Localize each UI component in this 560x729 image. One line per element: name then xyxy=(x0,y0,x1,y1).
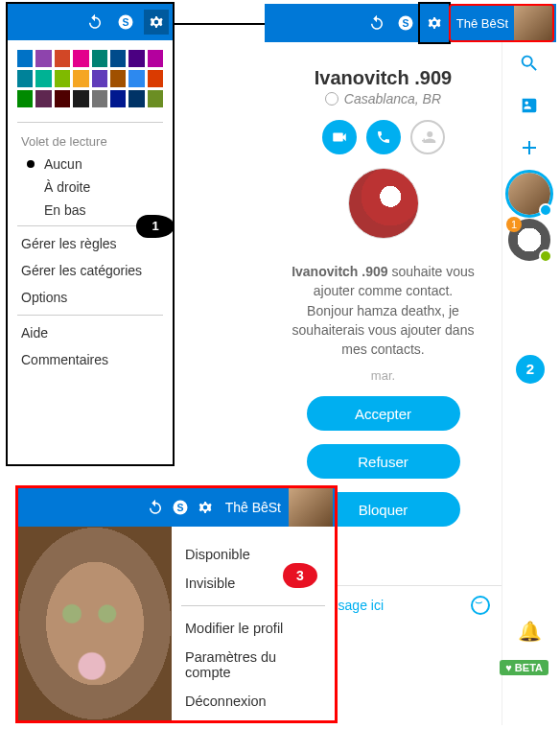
swatch[interactable] xyxy=(35,50,51,67)
contact-location: Casablanca, BR xyxy=(265,91,502,106)
swatch[interactable] xyxy=(148,90,163,107)
profile-menu-toolbar: S Thê BêSt xyxy=(18,488,335,527)
request-day: mar. xyxy=(265,368,502,383)
swatch[interactable] xyxy=(73,70,88,87)
accept-button[interactable]: Accepter xyxy=(307,396,460,431)
svg-text:S: S xyxy=(402,17,408,29)
contact-avatar xyxy=(348,168,419,239)
callout-1: 1 xyxy=(136,215,175,238)
emoji-icon[interactable] xyxy=(471,596,490,615)
swatch[interactable] xyxy=(128,50,144,67)
skype-icon[interactable]: S xyxy=(113,10,138,35)
edit-profile-link[interactable]: Modifier le profil xyxy=(181,614,325,643)
swatch[interactable] xyxy=(110,90,126,107)
manage-categories-link[interactable]: Gérer les catégories xyxy=(8,257,173,284)
swatch[interactable] xyxy=(128,90,144,107)
reading-pane-right[interactable]: À droite xyxy=(8,176,173,199)
beta-label: BETA xyxy=(515,662,543,673)
contact-location-text: Casablanca, BR xyxy=(344,91,441,106)
gear-icon[interactable] xyxy=(193,495,218,520)
contact-name: Ivanovitch .909 xyxy=(265,67,502,89)
help-link[interactable]: Aide xyxy=(8,319,173,346)
swatch[interactable] xyxy=(35,70,51,87)
globe-icon xyxy=(325,92,338,106)
svg-text:S: S xyxy=(122,16,128,28)
swatch[interactable] xyxy=(92,50,107,67)
add-contact-button[interactable] xyxy=(410,120,445,154)
unread-badge: 1 xyxy=(506,217,522,232)
svg-text:S: S xyxy=(176,502,183,513)
chat-avatar[interactable]: 1 xyxy=(508,219,550,261)
swatch[interactable] xyxy=(55,70,70,87)
profile-picture xyxy=(18,527,172,720)
radio-dot xyxy=(27,183,35,191)
radio-dot-selected xyxy=(27,160,35,168)
feedback-link[interactable]: Commentaires xyxy=(8,346,173,373)
skype-icon[interactable]: S xyxy=(391,4,420,42)
refuse-button[interactable]: Refuser xyxy=(307,444,460,479)
logout-link[interactable]: Déconnexion xyxy=(181,687,325,716)
swatch[interactable] xyxy=(128,70,144,87)
gear-icon[interactable] xyxy=(420,4,449,42)
swatch[interactable] xyxy=(73,90,88,107)
divider xyxy=(17,122,163,123)
reading-pane-bottom-label: En bas xyxy=(44,202,86,218)
contacts-icon[interactable] xyxy=(502,84,556,127)
callout-3: 3 xyxy=(283,563,317,588)
gear-icon[interactable] xyxy=(144,10,169,35)
account-name[interactable]: Thê BêSt xyxy=(218,500,289,515)
undo-icon[interactable] xyxy=(82,10,107,35)
radio-dot xyxy=(27,206,35,214)
theme-color-swatches xyxy=(8,40,173,118)
account-name-pill[interactable]: Thê BêSt xyxy=(449,4,554,42)
profile-menu-body: Disponible Invisible Modifier le profil … xyxy=(18,527,335,720)
reading-pane-label: Volet de lecture xyxy=(8,127,173,153)
settings-menu-toolbar: S xyxy=(8,4,173,40)
undo-icon[interactable] xyxy=(362,4,391,42)
account-name: Thê BêSt xyxy=(451,16,514,31)
reading-pane-none-label: Aucun xyxy=(44,156,82,172)
callout-2: 2 xyxy=(516,355,545,384)
status-dot xyxy=(539,203,552,217)
swatch[interactable] xyxy=(148,50,163,67)
swatch[interactable] xyxy=(17,50,33,67)
request-bold-name: Ivanovitch .909 xyxy=(292,264,387,279)
avatar[interactable] xyxy=(289,488,333,527)
swatch[interactable] xyxy=(110,50,126,67)
swatch[interactable] xyxy=(73,50,88,67)
reading-pane-right-label: À droite xyxy=(44,179,90,195)
request-text-1: Ivanovitch .909 souhaite vous ajouter co… xyxy=(282,262,484,359)
video-call-button[interactable] xyxy=(322,120,357,154)
swatch[interactable] xyxy=(17,70,33,87)
search-icon[interactable] xyxy=(502,42,556,84)
swatch[interactable] xyxy=(92,70,107,87)
account-settings-link[interactable]: Paramètres du compte xyxy=(181,643,325,687)
swatch[interactable] xyxy=(92,90,107,107)
swatch[interactable] xyxy=(148,70,163,87)
skype-topbar: S Thê BêSt xyxy=(265,4,556,42)
add-icon[interactable] xyxy=(502,127,556,169)
contact-action-row xyxy=(265,120,502,154)
divider xyxy=(181,605,325,606)
swatch[interactable] xyxy=(110,70,126,87)
active-chat-avatar[interactable] xyxy=(508,173,550,215)
profile-menu-panel: S Thê BêSt Disponible Invisible Modifier… xyxy=(15,485,338,723)
request-line2: Bonjour hamza deathx, je souhaiterais vo… xyxy=(292,303,475,358)
bell-icon[interactable]: 🔔 xyxy=(502,620,556,643)
divider xyxy=(17,315,163,316)
skype-icon[interactable]: S xyxy=(168,495,193,520)
audio-call-button[interactable] xyxy=(366,120,401,154)
options-link[interactable]: Options xyxy=(8,284,173,311)
reading-pane-none[interactable]: Aucun xyxy=(8,153,173,176)
settings-menu-panel: S xyxy=(6,2,175,466)
swatch[interactable] xyxy=(55,50,70,67)
undo-icon[interactable] xyxy=(143,495,168,520)
swatch[interactable] xyxy=(17,90,33,107)
swatch[interactable] xyxy=(35,90,51,107)
profile-menu-list: Disponible Invisible Modifier le profil … xyxy=(172,527,335,720)
status-dot xyxy=(539,249,552,263)
avatar xyxy=(514,4,552,42)
beta-badge: ♥ BETA xyxy=(500,660,548,675)
swatch[interactable] xyxy=(55,90,70,107)
